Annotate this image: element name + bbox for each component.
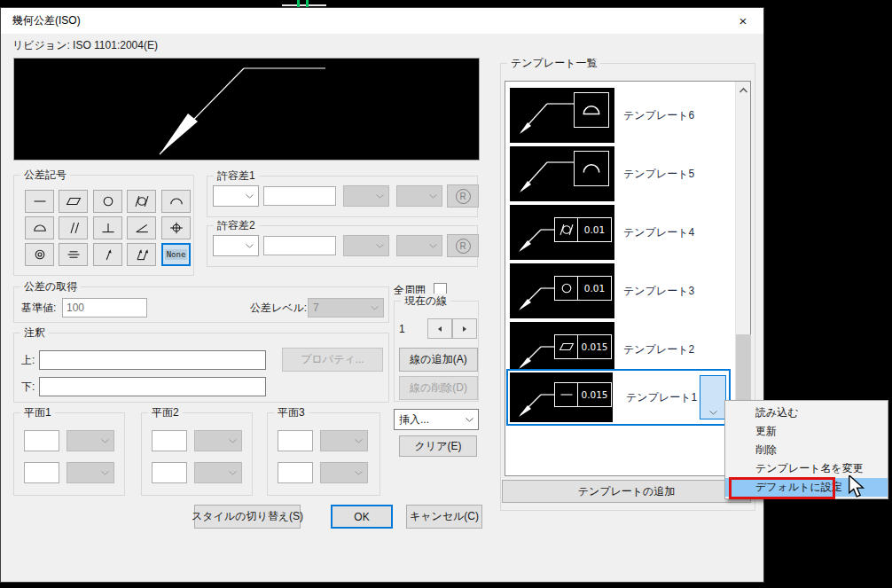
- dialog-title: 幾何公差(ISO): [12, 8, 81, 34]
- symbol-circularity-button[interactable]: [93, 190, 122, 213]
- prev-line-button[interactable]: [427, 318, 452, 339]
- template6-thumbnail[interactable]: [510, 88, 614, 143]
- plane2-datum2-input[interactable]: [152, 462, 187, 483]
- tolerance-value: 0.01: [578, 277, 611, 300]
- plane1-label: 平面1: [20, 405, 55, 420]
- acquisition-group: 公差の取得 基準値: 公差レベル: 7: [13, 286, 389, 323]
- template4-label[interactable]: テンプレート4: [623, 225, 723, 240]
- symbol-concentricity-button[interactable]: [25, 243, 54, 266]
- symbol-profile-surface-button[interactable]: [25, 216, 54, 239]
- ok-button[interactable]: OK: [331, 505, 393, 529]
- flatness-icon: [65, 195, 82, 208]
- tolerance1-material-combo: [343, 185, 389, 207]
- template6-label[interactable]: テンプレート6: [623, 108, 723, 123]
- upper-annotation-input[interactable]: [39, 350, 266, 370]
- chevron-down-icon: [101, 439, 109, 443]
- template1-selected-row[interactable]: 0.015 テンプレート1: [506, 369, 731, 426]
- tolerance2-label: 許容差2: [214, 218, 259, 233]
- template-options-dropdown-button[interactable]: [700, 375, 726, 419]
- clear-button[interactable]: クリア(E): [399, 435, 477, 457]
- template3-thumbnail[interactable]: 0.01: [510, 263, 614, 318]
- insert-combo[interactable]: 挿入...: [394, 409, 479, 430]
- symbol-cylindricity-button[interactable]: [127, 190, 156, 213]
- symbol-circular-runout-button[interactable]: [93, 243, 122, 266]
- template-listbox[interactable]: テンプレート6 テンプレート5 0.01 テンプレート4: [505, 81, 751, 476]
- chevron-down-icon: [371, 306, 379, 310]
- add-template-button[interactable]: テンプレートの追加: [502, 480, 751, 503]
- chevron-down-icon: [429, 194, 437, 199]
- symbol-straightness-button[interactable]: [25, 190, 54, 213]
- template5-label[interactable]: テンプレート5: [623, 167, 723, 182]
- symbol-none-button[interactable]: None: [161, 243, 191, 266]
- symbol-angularity-button[interactable]: [127, 216, 156, 239]
- angularity-icon: [133, 222, 151, 234]
- template1-thumbnail[interactable]: 0.015: [510, 372, 613, 422]
- chevron-down-icon: [376, 244, 384, 248]
- tolerance1-r-button: R: [447, 184, 479, 208]
- plane2-modifier2-combo: [194, 462, 242, 483]
- plane1-datum2-input[interactable]: [24, 462, 59, 483]
- scroll-up-icon[interactable]: [736, 84, 751, 98]
- frame-straightness: 0.015: [554, 382, 612, 407]
- plane3-datum1-input[interactable]: [278, 430, 313, 451]
- base-value-input[interactable]: [62, 298, 147, 318]
- plane3-label: 平面3: [274, 405, 309, 420]
- next-line-button[interactable]: [452, 318, 477, 339]
- right-arrow-icon: [462, 325, 467, 333]
- lower-annotation-input[interactable]: [39, 377, 266, 396]
- symbol-total-runout-button[interactable]: [127, 243, 156, 266]
- tolerance1-modifier-combo: [396, 185, 442, 207]
- annotation-group-label: 注釈: [20, 325, 49, 341]
- chevron-down-icon: [429, 244, 437, 248]
- plane1-group: 平面1: [13, 412, 125, 496]
- template2-label[interactable]: テンプレート2: [623, 342, 723, 357]
- template-list-label: テンプレート一覧: [507, 56, 600, 71]
- chevron-down-icon: [246, 194, 254, 199]
- frame-cylindricity: 0.01: [554, 217, 612, 242]
- menu-item-delete[interactable]: 削除: [725, 441, 888, 459]
- close-icon[interactable]: ×: [726, 8, 760, 34]
- menu-item-update[interactable]: 更新: [725, 422, 888, 441]
- symbol-symmetry-button[interactable]: [59, 243, 88, 266]
- app-background: 幾何公差(ISO) × リビジョン: ISO 1101:2004(E) 公差記号: [0, 0, 892, 588]
- chevron-down-icon: [229, 471, 237, 475]
- profile-of-line-icon: [168, 195, 185, 208]
- add-line-button[interactable]: 線の追加(A): [399, 348, 478, 372]
- symbol-position-button[interactable]: [161, 216, 191, 239]
- parallelism-icon: [65, 222, 82, 234]
- straightness-icon: [31, 195, 49, 208]
- tolerance1-value-input[interactable]: [263, 186, 336, 206]
- plane3-datum2-input[interactable]: [278, 462, 313, 483]
- template3-label[interactable]: テンプレート3: [623, 284, 723, 299]
- annotation-group: 注釈 上: プロパティ... 下:: [13, 333, 389, 403]
- symbol-profile-line-button[interactable]: [161, 190, 191, 213]
- symbol-perpendicularity-button[interactable]: [93, 216, 122, 239]
- template5-thumbnail[interactable]: [510, 146, 614, 201]
- cancel-button[interactable]: キャンセル(C): [406, 505, 482, 529]
- symbol-parallelism-button[interactable]: [59, 216, 88, 239]
- tolerance2-value-input[interactable]: [263, 236, 336, 255]
- tolerance-preview: [13, 58, 480, 161]
- menu-item-load[interactable]: 読み込む: [725, 404, 888, 422]
- perpendicularity-icon: [99, 222, 117, 234]
- chevron-down-icon: [101, 471, 109, 475]
- plane2-group: 平面2: [141, 412, 253, 496]
- symbol-flatness-button[interactable]: [59, 190, 88, 213]
- plane1-datum1-input[interactable]: [24, 430, 59, 451]
- drawing-tick: [306, 0, 309, 7]
- tolerance1-prefix-combo[interactable]: [213, 185, 259, 207]
- chevron-down-icon: [355, 471, 363, 475]
- chevron-down-icon: [466, 418, 473, 422]
- chevron-down-icon: [246, 244, 254, 248]
- symbol-group-label: 公差記号: [20, 168, 70, 183]
- template4-thumbnail[interactable]: 0.01: [510, 205, 614, 260]
- tolerance2-prefix-combo[interactable]: [213, 235, 259, 256]
- plane2-datum1-input[interactable]: [152, 430, 187, 451]
- frame-profile-of-surface: [574, 92, 609, 128]
- properties-button: プロパティ...: [282, 348, 383, 372]
- none-label: None: [165, 249, 188, 260]
- plane3-modifier1-combo: [320, 430, 368, 451]
- switch-style-button[interactable]: スタイルの切り替え(S): [194, 505, 301, 529]
- chevron-down-icon: [709, 411, 717, 415]
- frame-flatness: 0.015: [554, 334, 612, 359]
